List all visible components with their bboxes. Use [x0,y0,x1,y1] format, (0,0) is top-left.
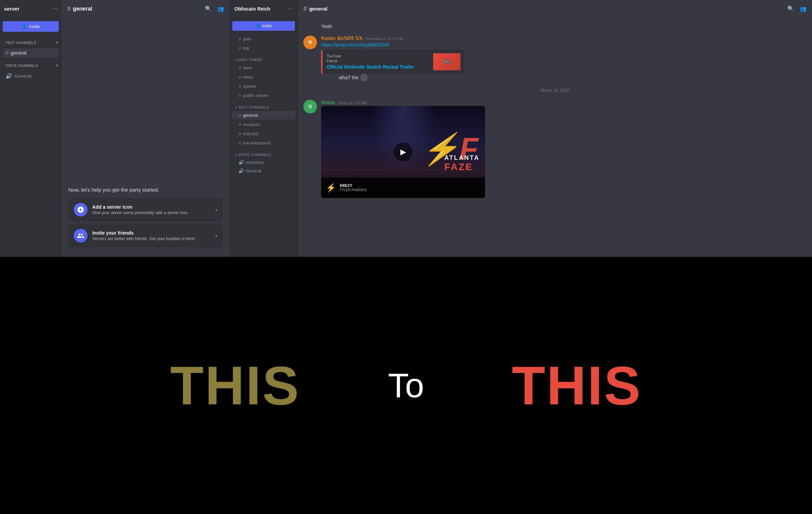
onion-message-header: Onion Today at 1:47 AM [321,100,807,105]
abezy-name: ABEZY [340,183,367,188]
onion-author-name: Onion [321,100,335,105]
search-icon[interactable]: 🔍 [205,5,212,12]
tyler-pharris-name: TYLER PHARRIS [340,188,367,192]
speaker-icon: 🔊 [5,73,12,79]
voice-channels-section: VOICE CHANNELS + 🔊 General [0,61,61,81]
category-voice-channels[interactable]: ▾ VOICE CHANNELS [230,148,298,158]
voice-channels-header: VOICE CHANNELS + [0,61,61,71]
embed-with-thumb: YouTube Faeria Official Nintendo Switch … [327,53,460,70]
invite-icon: 👤 [22,24,27,29]
right-this-text: THIS [461,354,693,417]
channel-item-museum[interactable]: # museum [232,120,295,129]
message-group-onion: O Onion Today at 1:47 AM [303,100,807,198]
raider-link[interactable]: https://youtu.be/v1OyyBkDUGM [321,42,389,47]
channel-item-laws[interactable]: # laws [232,64,295,72]
faze-video-embed[interactable]: ⚡F ATLANTA FAZE ▶ ⚡ [321,106,485,198]
channel-item-gate[interactable]: # gate [232,34,295,43]
add-voice-channel-button[interactable]: + [55,62,59,69]
abezy-info: ABEZY TYLER PHARRIS [340,183,367,192]
embed-text-content: YouTube Faeria Official Nintendo Switch … [327,54,414,70]
right-header-actions: 🔍 👥 [787,5,807,12]
message-yeah: Yeah [303,23,807,30]
voice-channel-name: General [14,73,31,79]
channel-item-general-right[interactable]: # general [232,111,295,120]
invite-friends-card[interactable]: Invite your friends Servers are better w… [68,224,223,247]
add-server-icon-text: Add a server icon Give your server some … [92,204,189,215]
hash-icon-news: # [238,74,241,80]
right-invite-button[interactable]: 👤 Invite [232,21,295,31]
embed-thumbnail: 🎮 [433,53,460,70]
channel-item-general[interactable]: # general [3,48,59,58]
left-sidebar: server ··· 👤 Invite TEXT CHANNELS + # ge… [0,0,61,257]
get-started-text: Now, let's help you get the party starte… [68,187,223,193]
raider-message-content: Raider Bo𝕊𝕀𝕄 𝕏𝕏 Yesterday at 10:21 PM ht… [321,36,807,81]
speaker-icon-general: 🔊 [238,168,244,173]
hash-icon-laws: # [238,65,241,71]
hash-icon-industry: # [238,131,241,137]
raider-avatar: R [303,36,317,49]
hash-icon-quotes: # [238,83,241,89]
channel-item-log[interactable]: # log [232,44,295,52]
right-server-name: Obliscain Reich [234,6,270,12]
invite-friends-arrow: › [215,232,217,239]
members-icon[interactable]: 👥 [217,5,224,12]
hash-icon-general-right: # [238,112,241,118]
left-channel-header: # general 🔍 👥 [61,0,230,18]
hash-icon-log: # [238,45,241,51]
channel-item-news[interactable]: # news [232,73,295,81]
date-divider: March 18, 2020 [303,88,807,93]
text-channels-section: TEXT CHANNELS + # general [0,38,61,58]
raider-timestamp: Yesterday at 10:21 PM [365,37,403,41]
atlanta-faze-label: ATLANTA FAZE [444,154,480,172]
left-main-content: # general 🔍 👥 Now, let's help you get th… [61,0,230,257]
channel-item-the-wasteland[interactable]: # the-wasteland [232,139,295,147]
left-this-text: THIS [119,354,352,417]
voice-channel-general[interactable]: 🔊 General [3,71,59,81]
category-text-channels[interactable]: ▾ TEXT CHANNELS [230,100,298,111]
speaker-icon-voiceless: 🔊 [238,160,244,165]
left-main-messages: Now, let's help you get the party starte… [61,18,230,257]
bottom-comparison-area: THIS To THIS [0,257,812,514]
right-search-icon[interactable]: 🔍 [787,5,794,12]
invite-friends-icon-graphic [74,229,87,242]
add-server-icon-card[interactable]: Add a server icon Give your server some … [68,198,223,221]
channel-hash-icon: # [67,5,71,13]
text-channels-header: TEXT CHANNELS + [0,38,61,48]
right-sidebar-header: Obliscain Reich ··· [230,0,298,18]
right-channel-title: # general [303,5,327,13]
category-arrow-text: ▾ [235,106,237,109]
more-options-icon[interactable]: ··· [52,5,57,12]
center-to-text: To [352,366,461,405]
right-main-chat: # general 🔍 👥 Yeah R [298,0,812,257]
hash-icon: # [5,50,9,56]
hash-icon-gate: # [238,36,241,42]
channel-item-industry[interactable]: # industry [232,129,295,138]
embed-provider: YouTube [327,54,414,58]
left-discord-panel: server ··· 👤 Invite TEXT CHANNELS + # ge… [0,0,230,257]
embed-title[interactable]: Official Nintendo Switch Reveal Trailer [327,64,414,70]
play-button[interactable]: ▶ [394,142,413,162]
channel-item-general-voice[interactable]: 🔊 General [232,167,295,175]
channel-item-voiceless[interactable]: 🔊 voiceless [232,158,295,166]
invite-friends-text: Invite your friends Servers are better w… [92,230,195,241]
add-text-channel-button[interactable]: + [55,39,59,46]
embed-author: Faeria [327,59,414,63]
hash-icon-museum: # [238,122,241,127]
faze-bottom-icon: ⚡ [326,183,336,193]
chat-messages: Yeah R Raider Bo𝕊𝕀𝕄 𝕏𝕏 Yesterday at 10:2… [298,18,812,257]
emoji-placeholder [360,74,368,81]
channel-item-quotes[interactable]: # quotes [232,82,295,91]
category-high-tower[interactable]: ▾ HIGH TOWER [230,53,298,63]
onion-avatar: O [303,100,317,113]
raider-author-name: Raider Bo𝕊𝕀𝕄 𝕏𝕏 [321,36,362,41]
left-server-name: server [4,6,19,12]
right-channel-header: # general 🔍 👥 [298,0,812,18]
right-more-icon[interactable]: ··· [288,6,293,12]
right-invite-icon: 👤 [256,24,261,28]
embed-card-nintendo: YouTube Faeria Official Nintendo Switch … [321,50,465,74]
left-invite-button[interactable]: 👤 Invite [3,21,59,32]
right-members-icon[interactable]: 👥 [800,5,807,12]
channel-item-public-server[interactable]: # public-server [232,91,295,100]
right-hash-icon: # [303,5,307,13]
message-group-raider: R Raider Bo𝕊𝕀𝕄 𝕏𝕏 Yesterday at 10:21 PM … [303,36,807,81]
